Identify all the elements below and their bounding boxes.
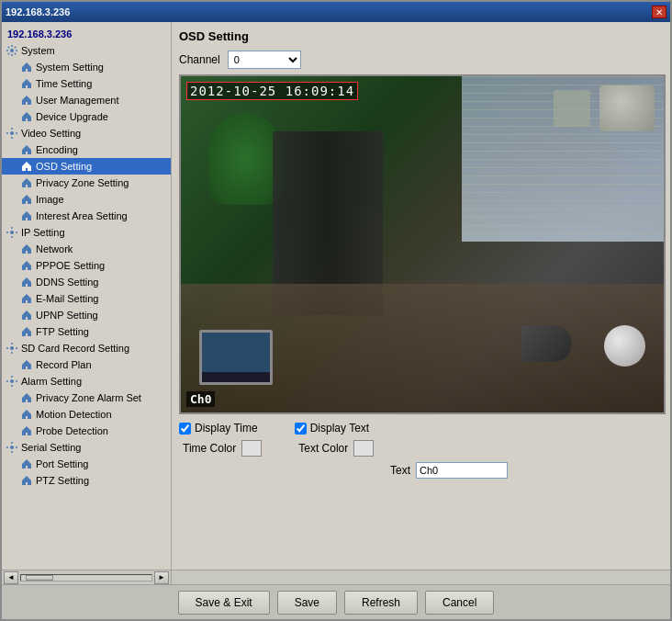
sidebar-parent-system[interactable]: System bbox=[2, 42, 171, 59]
sidebar-item-system-setting[interactable]: System Setting bbox=[2, 59, 171, 75]
svg-point-0 bbox=[10, 49, 14, 52]
sidebar-item-ftp[interactable]: FTP Setting bbox=[2, 323, 171, 340]
sidebar-label-alarm: Alarm Setting bbox=[21, 376, 82, 387]
sidebar-group-ip: IP Setting Network PPPOE Setting DDNS Se… bbox=[2, 224, 171, 340]
channel-label: Channel bbox=[179, 53, 220, 66]
sidebar-item-time-setting[interactable]: Time Setting bbox=[2, 75, 171, 92]
sidebar-item-network[interactable]: Network bbox=[2, 241, 171, 257]
house-icon-4 bbox=[20, 110, 33, 123]
text-color-item: Text Color bbox=[298, 440, 374, 457]
text-field-label: Text bbox=[390, 464, 410, 477]
house-icon-md bbox=[20, 408, 33, 421]
display-text-label: Display Text bbox=[310, 422, 369, 435]
sidebar-parent-ip[interactable]: IP Setting bbox=[2, 224, 171, 241]
monitor bbox=[199, 330, 273, 385]
sidebar-ip: 192.168.3.236 bbox=[2, 26, 171, 42]
cancel-button[interactable]: Cancel bbox=[425, 591, 494, 615]
panel-title: OSD Setting bbox=[179, 29, 666, 43]
house-icon-osd bbox=[20, 160, 33, 173]
osd-timestamp: 2012-10-25 16:09:14 bbox=[186, 82, 358, 100]
house-icon-img bbox=[20, 193, 33, 206]
sidebar-parent-alarm[interactable]: Alarm Setting bbox=[2, 373, 171, 390]
sidebar-item-interest-area[interactable]: Interest Area Setting bbox=[2, 208, 171, 224]
sidebar-item-pppoe[interactable]: PPPOE Setting bbox=[2, 257, 171, 274]
house-icon-net bbox=[20, 243, 33, 255]
sidebar-group-video: Video Setting Encoding OSD Setting bbox=[2, 125, 171, 224]
controls-area: Display Time Display Text Time Color Tex… bbox=[179, 422, 666, 479]
scroll-thumb[interactable] bbox=[26, 575, 53, 581]
sidebar-child-label: Privacy Zone Alarm Set bbox=[36, 392, 141, 403]
time-color-item: Time Color bbox=[183, 440, 262, 457]
scroll-left-btn[interactable]: ◄ bbox=[4, 571, 18, 584]
sidebar-item-motion[interactable]: Motion Detection bbox=[2, 406, 171, 423]
scroll-right-btn[interactable]: ► bbox=[154, 571, 169, 584]
text-input[interactable] bbox=[416, 462, 508, 479]
gear-icon-ip bbox=[6, 226, 18, 239]
sidebar-child-label: PPPOE Setting bbox=[36, 260, 105, 271]
sidebar-item-probe[interactable]: Probe Detection bbox=[2, 423, 171, 439]
house-icon-ddns bbox=[20, 276, 33, 288]
sidebar-child-label: DDNS Setting bbox=[36, 277, 98, 288]
sidebar-item-user-mgmt[interactable]: User Management bbox=[2, 92, 171, 108]
sidebar-child-label: PTZ Setting bbox=[36, 475, 89, 486]
bottom-scrollbar-area: ◄ ► bbox=[2, 570, 670, 584]
sidebar-child-label: Network bbox=[36, 243, 73, 254]
house-icon-ftp bbox=[20, 325, 33, 338]
right-panel: OSD Setting Channel 0 2012-10-25 16:09:1… bbox=[172, 22, 670, 570]
sidebar-item-upnp[interactable]: UPNP Setting bbox=[2, 307, 171, 323]
sidebar-item-ddns[interactable]: DDNS Setting bbox=[2, 274, 171, 290]
time-color-swatch[interactable] bbox=[241, 440, 262, 457]
sidebar-item-encoding[interactable]: Encoding bbox=[2, 141, 171, 158]
gear-icon-serial bbox=[6, 441, 18, 454]
right-scroll-spacer bbox=[172, 570, 670, 584]
sidebar-group-sdcard: SD Card Record Setting Record Plan bbox=[2, 340, 171, 373]
sidebar-label-system: System bbox=[21, 45, 55, 56]
sidebar-item-record-plan[interactable]: Record Plan bbox=[2, 356, 171, 373]
sidebar-child-label: Privacy Zone Setting bbox=[36, 177, 129, 188]
channel-select[interactable]: 0 bbox=[228, 51, 301, 69]
sidebar-parent-serial[interactable]: Serial Setting bbox=[2, 439, 171, 456]
house-icon-rp bbox=[20, 358, 33, 371]
sidebar-parent-sdcard[interactable]: SD Card Record Setting bbox=[2, 340, 171, 356]
house-icon-email bbox=[20, 292, 33, 305]
display-time-checkbox-item: Display Time bbox=[179, 422, 258, 435]
house-icon-enc bbox=[20, 143, 33, 156]
svg-point-5 bbox=[10, 446, 14, 449]
house-icon-ia bbox=[20, 209, 33, 222]
gear-icon-alarm bbox=[6, 375, 18, 388]
display-text-checkbox[interactable] bbox=[295, 423, 307, 435]
sidebar-item-port[interactable]: Port Setting bbox=[2, 456, 171, 472]
svg-point-2 bbox=[10, 231, 14, 234]
color-row: Time Color Text Color bbox=[179, 440, 666, 457]
sidebar-child-label: Device Upgrade bbox=[36, 111, 108, 122]
sidebar-item-image[interactable]: Image bbox=[2, 191, 171, 208]
text-color-swatch[interactable] bbox=[353, 440, 374, 457]
house-icon-pa bbox=[20, 391, 33, 404]
sidebar-item-privacy-zone[interactable]: Privacy Zone Setting bbox=[2, 175, 171, 191]
save-button[interactable]: Save bbox=[277, 591, 337, 615]
checkbox-row: Display Time Display Text bbox=[179, 422, 666, 435]
sidebar-child-label: Probe Detection bbox=[36, 425, 108, 436]
display-time-checkbox[interactable] bbox=[179, 423, 191, 435]
sidebar-child-label: Interest Area Setting bbox=[36, 210, 128, 221]
sidebar-child-label: Port Setting bbox=[36, 458, 88, 469]
sidebar-group-serial: Serial Setting Port Setting PTZ Setting bbox=[2, 439, 171, 489]
sidebar-label-serial: Serial Setting bbox=[21, 442, 81, 453]
sidebar-item-device-upgrade[interactable]: Device Upgrade bbox=[2, 108, 171, 125]
video-background: 2012-10-25 16:09:14 bbox=[181, 76, 664, 412]
sidebar-item-ptz[interactable]: PTZ Setting bbox=[2, 472, 171, 489]
refresh-button[interactable]: Refresh bbox=[344, 591, 418, 615]
video-preview: 2012-10-25 16:09:14 bbox=[179, 74, 666, 414]
channel-row: Channel 0 bbox=[179, 51, 666, 69]
sidebar-parent-video[interactable]: Video Setting bbox=[2, 125, 171, 141]
gear-icon bbox=[6, 44, 18, 57]
sidebar-item-osd[interactable]: OSD Setting bbox=[2, 158, 171, 175]
close-button[interactable]: ✕ bbox=[652, 6, 666, 18]
sidebar-item-email[interactable]: E-Mail Setting bbox=[2, 290, 171, 307]
save-exit-button[interactable]: Save & Exit bbox=[178, 591, 270, 615]
sidebar-child-label: E-Mail Setting bbox=[36, 293, 98, 304]
sidebar-child-label: OSD Setting bbox=[36, 161, 92, 172]
sidebar: 192.168.3.236 System System Setting bbox=[2, 22, 172, 570]
svg-point-1 bbox=[10, 131, 14, 135]
sidebar-item-privacy-alarm[interactable]: Privacy Zone Alarm Set bbox=[2, 390, 171, 406]
